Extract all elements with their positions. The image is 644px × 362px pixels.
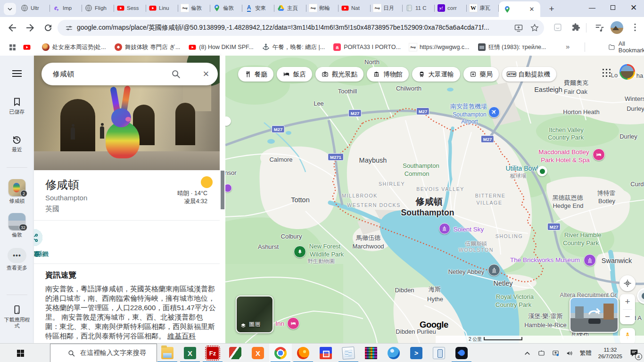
wildlife-park-marker[interactable]: [294, 246, 306, 258]
chip-pharmacies[interactable]: 藥局: [463, 67, 499, 82]
volume-icon[interactable]: [566, 349, 574, 357]
tab-fligh[interactable]: Fligh: [82, 0, 114, 16]
taskbar-blue-swirl-app[interactable]: [382, 344, 405, 362]
panel-scrollbar[interactable]: [220, 56, 225, 343]
taskbar-remote-desktop[interactable]: [314, 344, 337, 362]
bookmark-film[interactable]: 狂情 (1983): трейле...: [478, 43, 546, 51]
sidebar-item-southampton[interactable]: 2 修咸頓: [0, 179, 34, 204]
chip-hotels[interactable]: 飯店: [277, 67, 312, 82]
chip-restaurants[interactable]: 餐廳: [238, 67, 273, 82]
bookmark-maiko[interactable]: 舞妓体験 専門店 ぎ...: [115, 43, 181, 51]
stadium-marker[interactable]: [537, 166, 547, 176]
chip-museums[interactable]: 博物館: [367, 67, 409, 82]
tab-anton[interactable]: 安東: [242, 0, 274, 16]
taskbar-chrome[interactable]: [269, 344, 292, 362]
chip-atms[interactable]: ATM自動提款機: [502, 67, 557, 82]
tab-11c[interactable]: 11 C: [403, 0, 435, 16]
taskbar-pixel-app[interactable]: [360, 344, 382, 362]
back-icon[interactable]: [7, 22, 18, 33]
bookmark-lunch[interactable]: 午餐，晚餐: 總店 |...: [262, 43, 325, 51]
tab-search-button[interactable]: [4, 3, 16, 15]
search-input[interactable]: 修咸頓: [53, 70, 74, 79]
menu-icon[interactable]: [12, 70, 22, 77]
tab-nat[interactable]: Nat: [339, 0, 371, 16]
site-settings-icon[interactable]: [65, 24, 73, 32]
new-tab-button[interactable]: +: [546, 3, 557, 15]
wikipedia-link[interactable]: 維基百科: [167, 332, 196, 340]
tab-cornwall[interactable]: 康瓦: [467, 0, 499, 16]
tab-imp[interactable]: Imp: [50, 0, 82, 16]
taskbar-firefox[interactable]: [292, 344, 314, 362]
bookmark-dkim[interactable]: (8) How DKIM SPF...: [189, 43, 253, 51]
inn-marker[interactable]: [287, 317, 299, 329]
tab-corr[interactable]: corr: [435, 0, 467, 16]
install-icon[interactable]: [514, 23, 523, 33]
layers-button[interactable]: 圖層: [236, 296, 273, 333]
bookmark-porta33[interactable]: PORTA33 I PORTO...: [333, 43, 401, 51]
apps-grid-icon[interactable]: [8, 43, 17, 51]
extensions-icon[interactable]: [570, 22, 581, 33]
zoom-out-button[interactable]: −: [620, 309, 635, 324]
search-icon[interactable]: [171, 69, 181, 79]
taskbar-search[interactable]: 在這裡輸入文字來搜尋: [50, 344, 157, 362]
taskbar-xampp[interactable]: [247, 344, 269, 362]
taskbar-dark-app[interactable]: [450, 344, 473, 362]
airport-marker[interactable]: [488, 107, 500, 118]
tab-cruise[interactable]: 郵輪: [306, 0, 339, 16]
tab-sunmoon[interactable]: 日月: [371, 0, 403, 16]
taskbar-clock[interactable]: 11:32 26/7/2025: [598, 346, 622, 360]
tab-ultr[interactable]: Ultr: [18, 0, 50, 16]
browser-menu-icon[interactable]: [630, 22, 640, 33]
sidebar-item-get-app[interactable]: 下載應用程式: [0, 304, 34, 329]
reload-icon[interactable]: [42, 22, 54, 33]
museum-marker[interactable]: [584, 254, 596, 266]
taskbar-excel[interactable]: [179, 344, 201, 362]
ime-language[interactable]: 繁體: [580, 349, 592, 357]
museum-marker[interactable]: [439, 223, 450, 234]
active-tab-google-maps[interactable]: ✕: [499, 1, 540, 17]
bookmark-star-icon[interactable]: [530, 23, 539, 33]
sidebar-item-more[interactable]: ••• 查看更多: [0, 248, 34, 271]
street-view-thumbnail[interactable]: [570, 297, 619, 333]
chip-attractions[interactable]: 觀光景點: [315, 67, 363, 82]
account-avatar[interactable]: [619, 64, 635, 80]
all-bookmarks-button[interactable]: All Bookmarks: [608, 39, 644, 56]
close-tab-icon[interactable]: ✕: [528, 6, 536, 13]
taskbar-file-explorer[interactable]: [156, 344, 179, 362]
tab-london-1[interactable]: 倫敦: [178, 0, 210, 16]
window-maximize-button[interactable]: [603, 0, 623, 15]
taskbar-krita[interactable]: [224, 344, 247, 362]
taskbar-filezilla[interactable]: [201, 344, 224, 362]
bookmark-youtube[interactable]: [23, 43, 33, 51]
tray-expand-icon[interactable]: [523, 349, 531, 357]
sidebar-item-recents[interactable]: 最近: [0, 134, 34, 153]
map-canvas[interactable]: NorthToothillChilworthEastleighLee南安普敦機場…: [225, 56, 644, 343]
search-box[interactable]: 修咸頓 ×: [41, 63, 218, 85]
bookmarks-overflow-chevron[interactable]: »: [566, 42, 570, 50]
bookmark-wgwgwg[interactable]: https://wgwgwg.c...: [409, 43, 470, 51]
sidebar-item-london[interactable]: 32 倫敦: [0, 213, 34, 238]
tab-london-2[interactable]: 倫敦: [210, 0, 242, 16]
tab-home[interactable]: 主頁: [274, 0, 306, 16]
sidebar-item-saved[interactable]: 已儲存: [0, 97, 34, 115]
taskbar-powershell[interactable]: [405, 344, 428, 362]
taskbar-phone-link[interactable]: [428, 344, 450, 362]
notification-center-icon[interactable]: 4: [629, 348, 639, 358]
window-minimize-button[interactable]: —: [582, 0, 603, 15]
profile-avatar[interactable]: [611, 21, 623, 34]
address-bar[interactable]: google.com/maps/place/英國修咸頓/@50.9138999,…: [58, 20, 544, 36]
forward-icon[interactable]: [25, 22, 36, 33]
action-share[interactable]: 分享: [34, 229, 51, 258]
google-apps-grid-icon[interactable]: [602, 68, 611, 77]
my-location-button[interactable]: [619, 275, 636, 291]
abbey-marker[interactable]: [488, 264, 500, 276]
clear-search-icon[interactable]: ×: [201, 69, 211, 79]
tab-sess[interactable]: Sess: [114, 0, 146, 16]
inactive-extension-icon[interactable]: [553, 22, 563, 33]
zoom-in-button[interactable]: +: [620, 294, 635, 309]
hotel-marker[interactable]: [593, 148, 605, 161]
tab-linu[interactable]: Linu: [146, 0, 178, 16]
bookmark-horoscope[interactable]: 处女座本周运势|处...: [42, 43, 106, 51]
tray-cast-icon[interactable]: [552, 349, 560, 357]
chip-transit[interactable]: 大眾運輸: [412, 67, 460, 82]
